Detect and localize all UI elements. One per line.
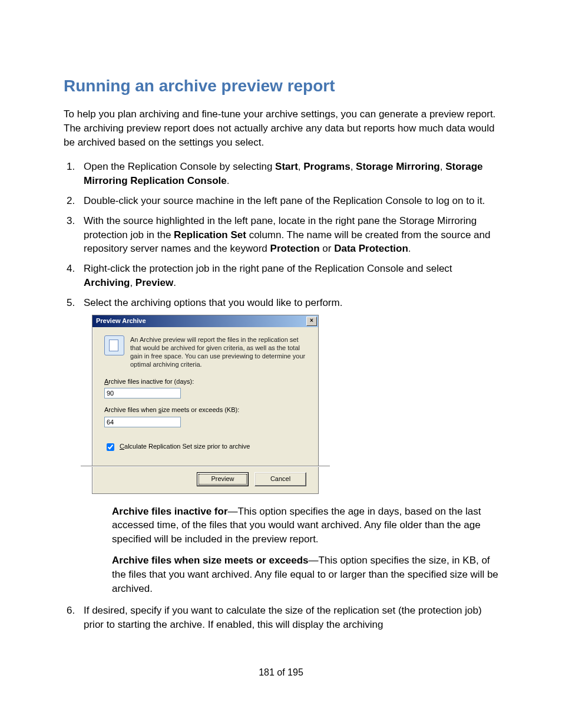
preview-button[interactable]: Preview bbox=[197, 472, 249, 486]
size-input[interactable] bbox=[104, 417, 181, 427]
archive-icon bbox=[104, 335, 124, 355]
calculate-checkbox-row: Calculate Replication Set size prior to … bbox=[104, 442, 306, 453]
step-6: If desired, specify if you want to calcu… bbox=[78, 604, 498, 632]
page-title: Running an archive preview report bbox=[64, 77, 498, 95]
dialog-description: An Archive preview will report the files… bbox=[130, 335, 306, 369]
step-2: Double-click your source machine in the … bbox=[78, 194, 498, 208]
step-5: Select the archiving options that you wo… bbox=[78, 296, 498, 596]
step-3: With the source highlighted in the left … bbox=[78, 214, 498, 256]
dialog-title-text: Preview Archive bbox=[96, 317, 306, 325]
close-icon[interactable]: × bbox=[306, 317, 317, 326]
calculate-checkbox[interactable] bbox=[107, 443, 114, 451]
cancel-button[interactable]: Cancel bbox=[254, 472, 306, 486]
step-4: Right-click the protection job in the ri… bbox=[78, 262, 498, 290]
option-archive-inactive: Archive files inactive for—This option s… bbox=[112, 505, 498, 546]
dialog-titlebar[interactable]: Preview Archive × bbox=[92, 315, 318, 327]
size-label: Archive files when size meets or exceeds… bbox=[104, 406, 306, 414]
intro-paragraph: To help you plan archiving and fine-tune… bbox=[64, 107, 498, 149]
step-1: Open the Replication Console by selectin… bbox=[78, 160, 498, 188]
days-label: Archive files inactive for (days): bbox=[104, 377, 306, 386]
page-number: 181 of 195 bbox=[64, 667, 498, 678]
days-input[interactable] bbox=[104, 388, 181, 398]
option-archive-size: Archive files when size meets or exceeds… bbox=[112, 554, 498, 595]
preview-archive-dialog: Preview Archive × An Archive preview wil… bbox=[92, 315, 319, 494]
steps-list: Open the Replication Console by selectin… bbox=[78, 160, 498, 632]
